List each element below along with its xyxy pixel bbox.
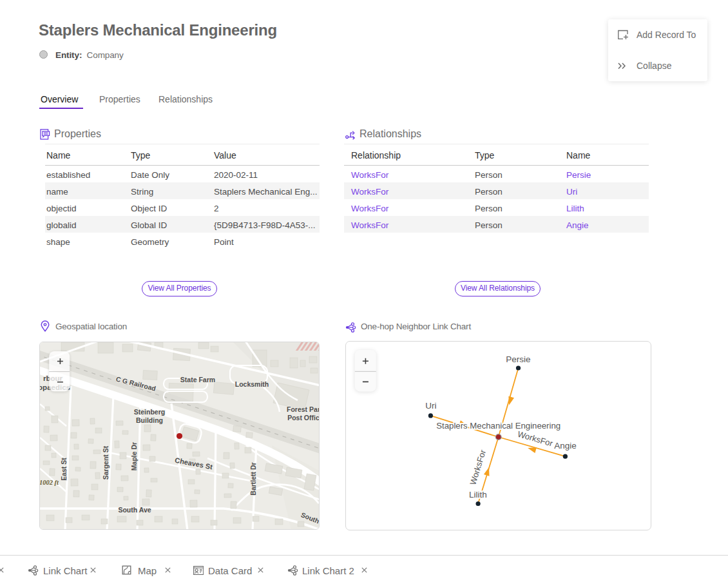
svg-text:Maple Dr: Maple Dr — [130, 442, 138, 470]
svg-text:Angie: Angie — [554, 441, 577, 451]
svg-text:Lilith: Lilith — [469, 490, 487, 500]
svg-text:Post Offic: Post Offic — [287, 414, 320, 422]
svg-text:Uri: Uri — [425, 401, 436, 411]
svg-text:Locksmith: Locksmith — [235, 380, 269, 388]
svg-text:Steinberg: Steinberg — [134, 408, 165, 416]
svg-text:Forest Par: Forest Par — [287, 405, 320, 413]
svg-text:Staplers Mechanical Engineerin: Staplers Mechanical Engineering — [436, 421, 560, 431]
svg-text:Building: Building — [136, 416, 163, 424]
svg-text:Bartlett Dr: Bartlett Dr — [249, 462, 257, 495]
svg-text:South Ave: South Ave — [118, 506, 151, 514]
svg-text:Sargent St: Sargent St — [102, 445, 110, 480]
svg-text:1002 ft: 1002 ft — [40, 479, 59, 486]
svg-text:East St: East St — [60, 458, 68, 481]
svg-text:WorksFor: WorksFor — [517, 429, 555, 449]
svg-text:Persie: Persie — [506, 354, 530, 364]
svg-text:State Farm: State Farm — [180, 376, 215, 383]
